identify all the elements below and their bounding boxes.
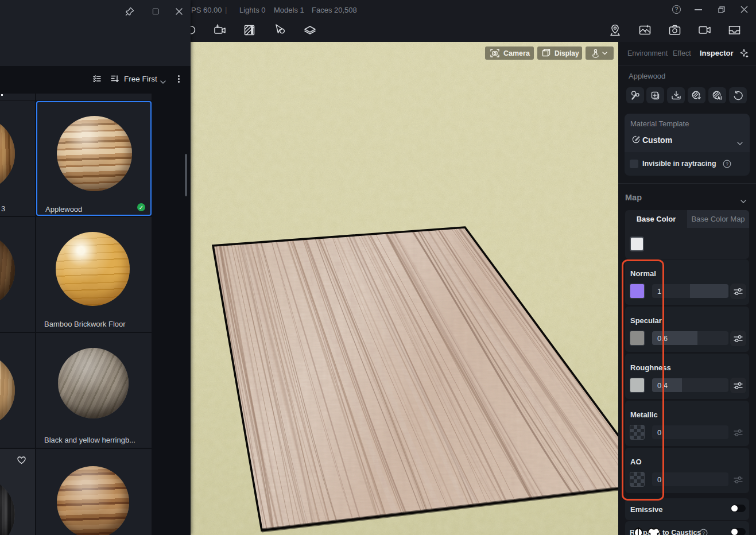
svg-text:?: ?: [726, 161, 728, 167]
svg-text:?: ?: [702, 530, 705, 535]
